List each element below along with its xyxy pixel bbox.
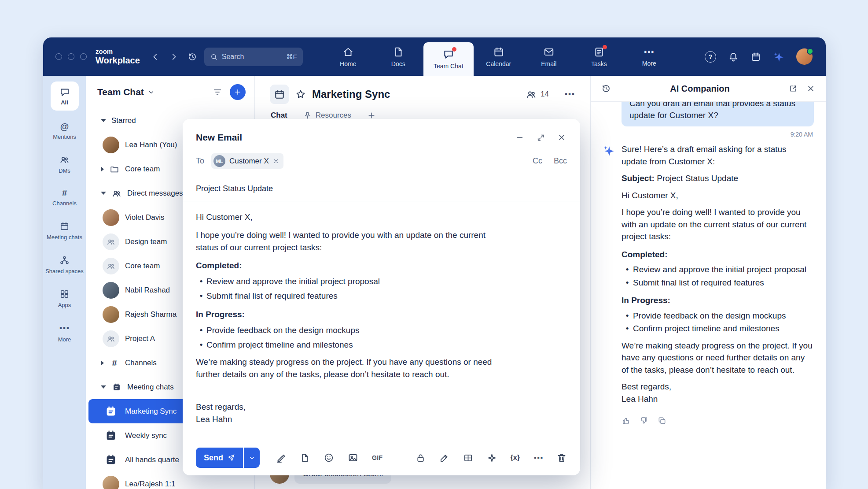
discard-draft-button[interactable] [556, 452, 567, 463]
window-close-button[interactable] [55, 53, 62, 60]
bcc-button[interactable]: Bcc [554, 156, 567, 166]
nav-label: More [642, 60, 656, 67]
edit-pencil-icon[interactable] [439, 453, 449, 463]
timestamp: 9:20 AM [603, 131, 813, 138]
gif-icon[interactable]: GIF [372, 454, 383, 461]
rail-label: More [58, 337, 71, 343]
members-icon[interactable] [526, 89, 537, 100]
apps-icon [59, 289, 70, 299]
new-chat-button[interactable] [230, 84, 246, 100]
variables-icon[interactable]: {x} [511, 454, 520, 462]
nav-tasks[interactable]: Tasks [574, 37, 624, 76]
tab-label: Chat [271, 111, 287, 120]
ai-sparkle-icon[interactable] [487, 453, 497, 463]
list-item-label: All hands quarte [125, 456, 179, 464]
subject-field[interactable]: Project Status Update [183, 176, 580, 201]
minimize-icon[interactable] [515, 133, 524, 142]
channels-hash-icon: # [62, 189, 67, 197]
more-options-icon[interactable]: ⋯ [564, 89, 575, 100]
more-icon: ⋯ [59, 323, 70, 333]
filter-icon[interactable] [213, 87, 222, 97]
calendar-icon [274, 89, 285, 100]
back-icon[interactable] [151, 52, 160, 62]
rail-item-mentions[interactable]: @ Mentions [44, 117, 85, 146]
rail-label: Shared spaces [45, 268, 84, 275]
emoji-icon[interactable] [324, 452, 334, 463]
cc-button[interactable]: Cc [533, 156, 542, 166]
nav-label: Home [340, 60, 356, 67]
rail-item-channels[interactable]: # Channels [44, 183, 85, 212]
all-chats-icon [59, 87, 70, 97]
close-icon[interactable] [806, 84, 815, 93]
rail-item-all[interactable]: All [51, 82, 79, 111]
remove-recipient-icon[interactable] [273, 158, 279, 164]
calendar-check-icon[interactable] [750, 52, 761, 62]
group-avatar [103, 258, 119, 274]
nav-team-chat[interactable]: Team Chat [423, 42, 474, 76]
nav-label: Team Chat [434, 63, 463, 70]
pin-icon [303, 111, 312, 120]
open-in-new-icon[interactable] [789, 84, 798, 93]
send-button[interactable]: Send [196, 448, 243, 468]
nav-docs[interactable]: Docs [373, 37, 423, 76]
window-zoom-button[interactable] [80, 53, 87, 60]
profile-avatar[interactable] [796, 48, 813, 65]
thumbs-down-icon[interactable] [640, 416, 648, 425]
forward-icon[interactable] [169, 52, 179, 62]
chevron-down-icon[interactable] [147, 89, 155, 96]
copy-icon[interactable] [658, 416, 666, 425]
rail-item-shared-spaces[interactable]: Shared spaces [44, 250, 85, 280]
to-field[interactable]: To ML Customer X Cc Bcc [183, 143, 580, 169]
send-options-button[interactable] [244, 448, 260, 468]
rail-label: All [61, 99, 68, 106]
member-count[interactable]: 14 [541, 90, 549, 99]
logo-workplace: Workplace [96, 56, 140, 65]
to-label: To [196, 156, 204, 166]
history-icon[interactable] [188, 52, 197, 62]
in-progress-label: In Progress: [622, 294, 814, 307]
layout-icon[interactable] [463, 453, 473, 463]
nav-email[interactable]: Email [524, 37, 574, 76]
panel-title[interactable]: Team Chat [97, 87, 144, 97]
email-body-editor[interactable]: Hi Customer X, I hope you’re doing well!… [183, 201, 580, 440]
rail-item-apps[interactable]: Apps [44, 284, 85, 314]
rail-item-dms[interactable]: DMs [44, 149, 85, 180]
top-bar: zoom Workplace Search ⌘F Home [43, 37, 826, 76]
meeting-badge-icon [270, 85, 289, 104]
nav-home[interactable]: Home [323, 37, 373, 76]
help-icon[interactable]: ? [705, 51, 716, 63]
thumbs-up-icon[interactable] [622, 416, 630, 425]
encrypt-lock-icon[interactable] [416, 453, 426, 463]
nav-more[interactable]: ⋯ More [624, 37, 674, 76]
list-item-label: Weekly sync [125, 431, 167, 440]
group-avatar [103, 330, 119, 347]
image-icon[interactable] [348, 452, 358, 463]
primary-nav: Home Docs Team Chat Calendar Email [323, 37, 674, 76]
expand-icon[interactable] [537, 133, 545, 142]
attach-file-icon[interactable] [300, 453, 310, 463]
signature-icon[interactable] [276, 452, 286, 463]
window-minimize-button[interactable] [68, 53, 74, 60]
rail-item-more[interactable]: ⋯ More [44, 318, 85, 348]
email-greeting: Hi Customer X, [196, 211, 567, 223]
notifications-bell-icon[interactable] [728, 52, 739, 62]
star-icon[interactable] [295, 89, 306, 100]
search-input[interactable]: Search ⌘F [204, 48, 303, 66]
ai-companion-sparkle-icon[interactable] [773, 51, 784, 63]
more-tools-icon[interactable]: ⋯ [533, 456, 544, 460]
group-avatar [103, 233, 119, 250]
nav-calendar[interactable]: Calendar [474, 37, 524, 76]
close-icon[interactable] [557, 133, 566, 142]
avatar [103, 209, 119, 226]
list-item-label: Core team [125, 262, 160, 270]
mentions-at-icon: @ [60, 122, 69, 131]
email-intro: I hope you’re doing well! I wanted to pr… [196, 229, 504, 254]
email-signoff: Best regards, [196, 401, 567, 413]
rail-item-meeting-chats[interactable]: Meeting chats [44, 216, 85, 246]
nav-label: Docs [391, 60, 405, 67]
section-label: Channels [125, 359, 157, 367]
list-item-label: Nabil Rashad [125, 286, 170, 295]
history-icon[interactable] [601, 84, 611, 93]
hash-icon: # [109, 359, 120, 367]
recipient-chip[interactable]: ML Customer X [211, 153, 283, 169]
